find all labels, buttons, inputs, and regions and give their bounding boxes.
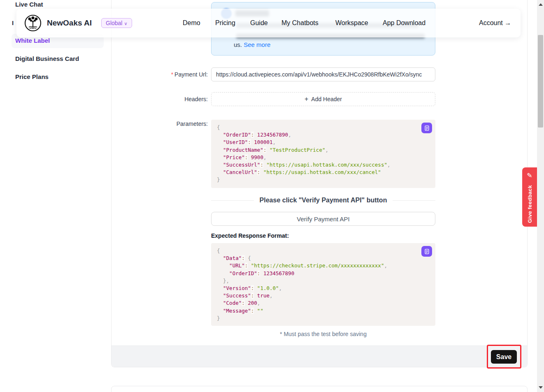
copy-document-icon [424, 248, 430, 255]
plus-icon: + [305, 95, 308, 103]
reminder-tail-text: us. [234, 41, 242, 48]
top-nav: NewOaks AI Global∨ Demo Pricing Guide My… [16, 9, 521, 37]
nav-item-workspace[interactable]: Workspace [335, 19, 368, 27]
must-pass-note: * Must pass the test before saving [211, 331, 435, 337]
nav-item-demo[interactable]: Demo [183, 19, 200, 27]
nav-item-app-download[interactable]: App Download [383, 19, 425, 27]
nav-item-pricing[interactable]: Pricing [215, 19, 235, 27]
page: Live Chat I White Label Digital Business… [0, 0, 544, 392]
see-more-link[interactable]: See more [244, 41, 270, 48]
required-mark: * [171, 71, 173, 78]
reminder-tail: us. See more [234, 41, 270, 48]
vertical-scrollbar[interactable] [537, 0, 544, 392]
verify-divider: Please click "Verify Payment API" button [211, 196, 435, 205]
sidebar-item-live-chat[interactable]: Live Chat [15, 1, 43, 8]
nav-item-account[interactable]: Account → [479, 19, 511, 27]
save-button[interactable]: Save [491, 350, 517, 364]
add-header-button[interactable]: + Add Header [211, 92, 435, 106]
add-header-label: Add Header [311, 96, 342, 102]
copy-button[interactable] [421, 246, 432, 257]
parameters-label: Parameters: [132, 121, 208, 127]
copy-button[interactable] [421, 123, 432, 133]
sidebar-item-truncated[interactable]: I [12, 19, 16, 26]
headers-label-text: Headers: [184, 96, 208, 102]
nav-item-guide[interactable]: Guide [250, 19, 268, 27]
parameters-code-block: { "OrderID": 1234567890, "UserID": 10000… [211, 120, 435, 188]
payment-url-input[interactable] [211, 67, 435, 81]
divider-line-left [211, 200, 254, 201]
card-footer [112, 346, 527, 367]
parameters-label-text: Parameters: [177, 121, 208, 127]
scrollbar-thumb[interactable] [538, 35, 543, 128]
copy-document-icon [424, 125, 430, 131]
newoaks-logo-icon [24, 14, 42, 32]
region-dropdown[interactable]: Global∨ [101, 18, 132, 28]
headers-label: Headers: [132, 96, 208, 102]
next-section-card [111, 386, 528, 392]
divider-text: Please click "Verify Payment API" button [260, 197, 387, 204]
sidebar-item-price-plans[interactable]: Price Plans [15, 73, 49, 80]
brand-name: NewOaks AI [47, 19, 92, 28]
verify-payment-api-button[interactable]: Verify Payment API [211, 212, 435, 226]
payment-url-label-text: Payment Url: [174, 71, 208, 78]
pencil-icon: ✎ [527, 172, 532, 179]
expected-response-format-label: Expected Response Format: [211, 232, 289, 239]
nav-item-my-chatbots[interactable]: My Chatbots [281, 19, 318, 27]
sidebar-item-white-label[interactable]: White Label [15, 37, 50, 44]
response-code-block: { "Data": { "URL": "https://checkout.str… [211, 243, 435, 326]
divider-line-right [393, 200, 435, 201]
region-label: Global [106, 20, 122, 26]
payment-url-label: *Payment Url: [132, 71, 208, 78]
sidebar-item-digital-business-card[interactable]: Digital Business Card [15, 55, 79, 62]
give-feedback-button[interactable]: ✎ Give feedback [522, 167, 537, 227]
scroll-up-arrow-icon[interactable] [539, 3, 543, 6]
chevron-down-icon: ∨ [124, 21, 127, 26]
scroll-down-arrow-icon[interactable] [539, 386, 543, 389]
give-feedback-label: Give feedback [527, 185, 533, 223]
